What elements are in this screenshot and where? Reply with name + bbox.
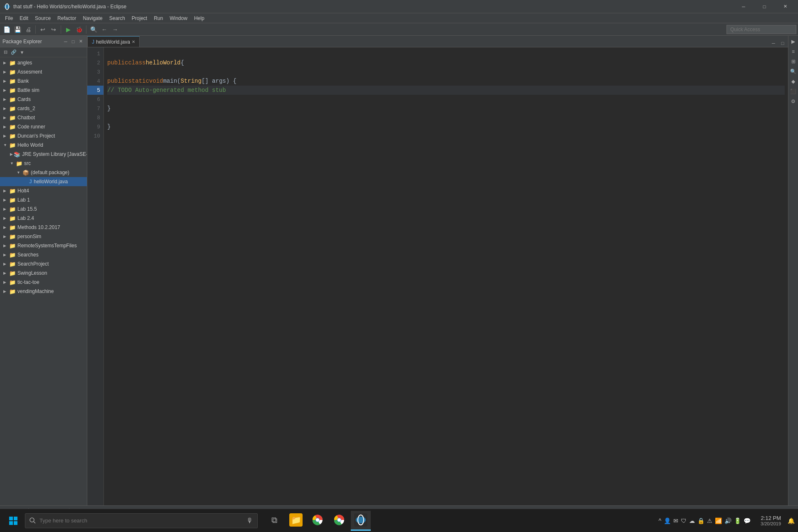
tray-network[interactable]: 📶 xyxy=(715,517,722,524)
chrome1-app[interactable] xyxy=(308,511,328,531)
menu-edit[interactable]: Edit xyxy=(16,15,32,22)
tree-item-lab-2.4[interactable]: ▶📁Lab 2.4 xyxy=(0,214,87,223)
start-button[interactable] xyxy=(3,511,23,531)
tree-item-src[interactable]: ▼📁src xyxy=(0,159,87,168)
maximize-button[interactable]: □ xyxy=(755,2,774,11)
right-btn-6[interactable]: ⬛ xyxy=(789,87,798,96)
menu-navigate[interactable]: Navigate xyxy=(79,15,106,22)
print-button[interactable]: 🖨 xyxy=(23,25,33,34)
tree-item-searchproject[interactable]: ▶📁SearchProject xyxy=(0,259,87,268)
code-line-3[interactable] xyxy=(107,67,785,76)
run-button[interactable]: ▶ xyxy=(63,25,73,34)
tray-security3[interactable]: ⚠ xyxy=(707,517,712,524)
explorer-app[interactable]: 📁 xyxy=(286,511,306,531)
tree-item-bank[interactable]: ▶📁Bank xyxy=(0,76,87,86)
editor-maximize-button[interactable]: □ xyxy=(779,39,786,47)
panel-minimize-button[interactable]: ─ xyxy=(62,38,69,45)
menu-source[interactable]: Source xyxy=(32,15,54,22)
editor-tab-helloworld[interactable]: J helloWorld.java ✕ xyxy=(87,36,140,47)
view-menu-button[interactable]: ▼ xyxy=(18,49,26,56)
code-line-10[interactable] xyxy=(107,131,785,140)
tray-cloud[interactable]: ☁ xyxy=(689,517,695,524)
chrome2-app[interactable] xyxy=(329,511,349,531)
tree-item-tic-tac-toe[interactable]: ▶📁tic-tac-toe xyxy=(0,278,87,287)
tray-comment[interactable]: 💬 xyxy=(744,517,751,524)
tree-item-code-runner[interactable]: ▶📁Code runner xyxy=(0,122,87,131)
tab-close-button[interactable]: ✕ xyxy=(132,39,135,44)
quick-access-input[interactable] xyxy=(727,25,796,34)
taskbar-search-input[interactable] xyxy=(39,517,243,524)
tree-item-(default-package)[interactable]: ▼📦(default package) xyxy=(0,168,87,177)
tree-item-swinglesson[interactable]: ▶📁SwingLesson xyxy=(0,268,87,278)
new-button[interactable]: 📄 xyxy=(2,25,12,34)
search-button[interactable]: 🔍 xyxy=(89,25,99,34)
tray-battery[interactable]: 🔋 xyxy=(734,517,741,524)
menu-help[interactable]: Help xyxy=(191,15,208,22)
tree-item-lab-15.5[interactable]: ▶📁Lab 15.5 xyxy=(0,204,87,214)
microphone-icon[interactable]: 🎙 xyxy=(246,517,253,525)
right-btn-1[interactable]: ▶ xyxy=(789,37,798,46)
tray-security2[interactable]: 🔒 xyxy=(697,517,704,524)
undo-button[interactable]: ↩ xyxy=(38,25,48,34)
tree-item-hello-world[interactable]: ▼📁Hello World xyxy=(0,140,87,150)
tree-item-personsim[interactable]: ▶📁personSim xyxy=(0,232,87,241)
panel-close-button[interactable]: ✕ xyxy=(77,38,84,45)
tray-people[interactable]: 👤 xyxy=(664,517,671,524)
editor-minimize-button[interactable]: ─ xyxy=(770,39,777,47)
panel-maximize-button[interactable]: □ xyxy=(69,38,77,45)
redo-button[interactable]: ↪ xyxy=(49,25,59,34)
right-btn-2[interactable]: ≡ xyxy=(789,47,798,56)
tree-item-cards[interactable]: ▶📁Cards xyxy=(0,95,87,104)
tray-volume[interactable]: 🔊 xyxy=(724,517,732,524)
code-line-2[interactable]: public class helloWorld { xyxy=(107,58,785,67)
code-line-6[interactable] xyxy=(107,95,785,104)
code-line-5[interactable]: // TODO Auto-generated method stub xyxy=(107,86,785,95)
back-button[interactable]: ← xyxy=(99,25,109,34)
code-area[interactable]: public class helloWorld { public static … xyxy=(104,47,788,505)
menu-window[interactable]: Window xyxy=(166,15,191,22)
tree-item-angles[interactable]: ▶📁angles xyxy=(0,58,87,67)
taskview-app[interactable]: ⧉ xyxy=(264,511,284,531)
search-bar[interactable]: 🎙 xyxy=(25,513,258,528)
tree-item-lab-1[interactable]: ▶📁Lab 1 xyxy=(0,195,87,204)
right-btn-3[interactable]: ⊞ xyxy=(789,57,798,66)
eclipse-app[interactable] xyxy=(351,511,371,531)
forward-button[interactable]: → xyxy=(110,25,120,34)
tree-item-jre-system-library-[javase-1.8][interactable]: ▶📚JRE System Library [JavaSE-1.8] xyxy=(0,150,87,159)
right-btn-4[interactable]: 🔍 xyxy=(789,67,798,76)
minimize-button[interactable]: ─ xyxy=(734,2,753,11)
tree-item-duncan's-project[interactable]: ▶📁Duncan's Project xyxy=(0,131,87,140)
tree-item-remotesystemstempfiles[interactable]: ▶📁RemoteSystemsTempFiles xyxy=(0,241,87,250)
link-editor-button[interactable]: 🔗 xyxy=(10,49,17,56)
tree-item-battle-sim[interactable]: ▶📁Battle sim xyxy=(0,86,87,95)
collapse-all-button[interactable]: ⊟ xyxy=(2,49,9,56)
tree-item-holt4[interactable]: ▶📁Holt4 xyxy=(0,186,87,195)
tray-security1[interactable]: 🛡 xyxy=(681,517,687,524)
debug-button[interactable]: 🐞 xyxy=(74,25,84,34)
tree-item-helloworld.java[interactable]: JhelloWorld.java xyxy=(0,177,87,186)
right-btn-5[interactable]: ◆ xyxy=(789,77,798,86)
tray-email[interactable]: ✉ xyxy=(673,517,678,524)
menu-refactor[interactable]: Refactor xyxy=(54,15,79,22)
tree-item-methods-10.2.2017[interactable]: ▶📁Methods 10.2.2017 xyxy=(0,223,87,232)
code-line-9[interactable]: } xyxy=(107,122,785,131)
tree-item-chatbot[interactable]: ▶📁Chatbot xyxy=(0,113,87,122)
menu-file[interactable]: File xyxy=(2,15,16,22)
menu-project[interactable]: Project xyxy=(128,15,150,22)
code-line-1[interactable] xyxy=(107,49,785,58)
code-line-4[interactable]: public static void main(String[] args) { xyxy=(107,76,785,86)
clock[interactable]: 2:12 PM 3/20/2019 xyxy=(757,515,784,526)
save-button[interactable]: 💾 xyxy=(12,25,22,34)
tree-item-searches[interactable]: ▶📁Searches xyxy=(0,250,87,259)
right-btn-7[interactable]: ⚙ xyxy=(789,97,798,106)
notification-button[interactable]: 🔔 xyxy=(788,517,795,524)
tree-item-vendingmachine[interactable]: ▶📁vendingMachine xyxy=(0,287,87,296)
tree-item-cards_2[interactable]: ▶📁cards_2 xyxy=(0,104,87,113)
menu-search[interactable]: Search xyxy=(106,15,128,22)
tray-up-arrow[interactable]: ^ xyxy=(658,517,661,524)
menu-run[interactable]: Run xyxy=(150,15,166,22)
close-button[interactable]: ✕ xyxy=(776,2,795,11)
code-line-7[interactable]: } xyxy=(107,104,785,113)
tree-item-assesment[interactable]: ▶📁Assesment xyxy=(0,67,87,76)
code-line-8[interactable] xyxy=(107,113,785,122)
